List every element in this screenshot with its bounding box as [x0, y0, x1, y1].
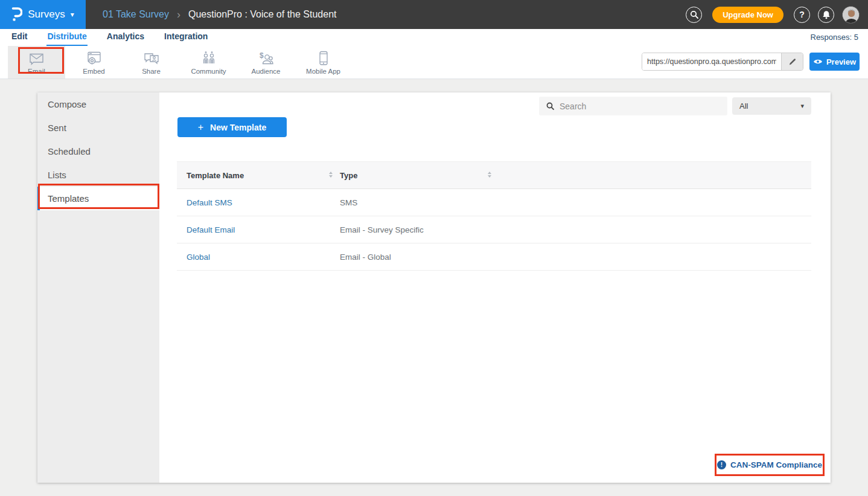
column-header-type[interactable]: Type: [340, 171, 357, 180]
channel-embed[interactable]: Embed: [65, 46, 123, 79]
survey-nav: Edit Distribute Analytics Integration Re…: [0, 29, 868, 46]
template-name-link[interactable]: Default Email: [187, 225, 235, 234]
community-icon: [201, 50, 217, 66]
caret-down-icon: ▾: [800, 103, 804, 109]
info-icon: !: [717, 460, 726, 469]
channel-mobile-app[interactable]: Mobile App: [295, 46, 352, 79]
email-sidebar: Compose Sent Scheduled Lists Templates: [37, 92, 159, 483]
channel-label: Email: [28, 68, 45, 75]
channel-label: Embed: [83, 68, 104, 75]
avatar[interactable]: [842, 6, 860, 24]
eye-icon: [813, 59, 823, 65]
email-section-card: Compose Sent Scheduled Lists Templates A…: [37, 92, 831, 483]
preview-button[interactable]: Preview: [809, 53, 860, 71]
table-row: Default Email Email - Survey Specific: [177, 216, 811, 243]
filter-value: All: [739, 101, 800, 111]
sidebar-item-templates[interactable]: Templates: [37, 187, 159, 210]
surveys-menu[interactable]: Surveys ▾: [0, 0, 86, 29]
new-template-button[interactable]: + New Template: [177, 117, 287, 137]
survey-url-group: [642, 53, 803, 71]
pencil-icon: [788, 57, 797, 66]
preview-label: Preview: [826, 57, 856, 66]
edit-url-button[interactable]: [781, 53, 803, 70]
app-header: Surveys ▾ 01 Take Survey › QuestionPro :…: [0, 0, 868, 29]
share-icon: [143, 50, 160, 66]
canspam-label: CAN-SPAM Compliance: [730, 460, 822, 469]
sort-icon[interactable]: [488, 172, 491, 178]
channel-community[interactable]: Community: [180, 46, 237, 79]
page-title: QuestionPro : Voice of the Student: [188, 9, 337, 20]
sidebar-item-lists[interactable]: Lists: [37, 163, 159, 187]
templates-table: Template Name Type Default SMS SMS Defau…: [177, 161, 811, 271]
header-actions: Upgrade Now ?: [686, 0, 860, 29]
channel-audience[interactable]: $ Audience: [237, 46, 295, 79]
audience-icon: $: [258, 50, 275, 66]
sort-icon[interactable]: [329, 172, 333, 178]
template-type: Email - Survey Specific: [340, 225, 424, 234]
template-search-box: [539, 97, 727, 115]
channel-email[interactable]: Email: [8, 46, 65, 79]
template-type: SMS: [340, 198, 357, 207]
caret-down-icon: ▾: [71, 11, 74, 18]
channel-label: Share: [142, 68, 161, 75]
tab-edit[interactable]: Edit: [11, 29, 28, 45]
channel-label: Mobile App: [306, 68, 340, 75]
search-icon[interactable]: [686, 7, 702, 23]
sidebar-item-compose[interactable]: Compose: [37, 92, 159, 116]
tab-analytics[interactable]: Analytics: [106, 29, 145, 45]
table-row: Global Email - Global: [177, 243, 811, 271]
questionpro-logo-icon: [11, 7, 22, 22]
breadcrumb-survey-title[interactable]: 01 Take Survey: [103, 9, 169, 20]
channel-share[interactable]: Share: [123, 46, 180, 79]
email-icon: [28, 50, 45, 66]
breadcrumb: 01 Take Survey › QuestionPro : Voice of …: [103, 8, 337, 21]
svg-text:$: $: [260, 51, 264, 60]
tab-integration[interactable]: Integration: [164, 29, 208, 45]
mobile-app-icon: [319, 50, 328, 66]
table-header-row: Template Name Type: [177, 161, 811, 189]
sidebar-item-sent[interactable]: Sent: [37, 116, 159, 140]
search-icon: [546, 102, 554, 110]
canspam-compliance-link[interactable]: ! CAN-SPAM Compliance: [717, 460, 822, 469]
template-name-link[interactable]: Default SMS: [187, 198, 232, 207]
chevron-right-icon: ›: [177, 8, 180, 21]
annotation-box-canspam: ! CAN-SPAM Compliance: [715, 454, 825, 476]
survey-url-input[interactable]: [642, 53, 781, 70]
sidebar-item-scheduled[interactable]: Scheduled: [37, 140, 159, 163]
template-type: Email - Global: [340, 253, 391, 262]
embed-icon: [86, 50, 102, 66]
filter-dropdown[interactable]: All ▾: [732, 97, 811, 115]
templates-content: All ▾ + New Template Template Name Type …: [159, 92, 831, 483]
new-template-label: New Template: [210, 123, 266, 132]
channel-label: Audience: [252, 68, 281, 75]
table-row: Default SMS SMS: [177, 189, 811, 216]
notifications-bell-icon[interactable]: [818, 7, 834, 23]
search-input[interactable]: [560, 101, 720, 111]
channel-label: Community: [191, 68, 226, 75]
plus-icon: +: [198, 122, 203, 133]
template-name-link[interactable]: Global: [187, 253, 210, 262]
responses-count[interactable]: Responses: 5: [811, 33, 859, 42]
column-header-template-name[interactable]: Template Name: [187, 171, 244, 180]
distribute-toolbar: Email Embed: [0, 46, 868, 79]
tab-distribute[interactable]: Distribute: [46, 29, 87, 46]
channel-strip: Email Embed: [8, 46, 352, 79]
upgrade-now-button[interactable]: Upgrade Now: [712, 7, 783, 23]
product-label: Surveys: [28, 8, 65, 21]
help-icon[interactable]: ?: [794, 7, 810, 23]
